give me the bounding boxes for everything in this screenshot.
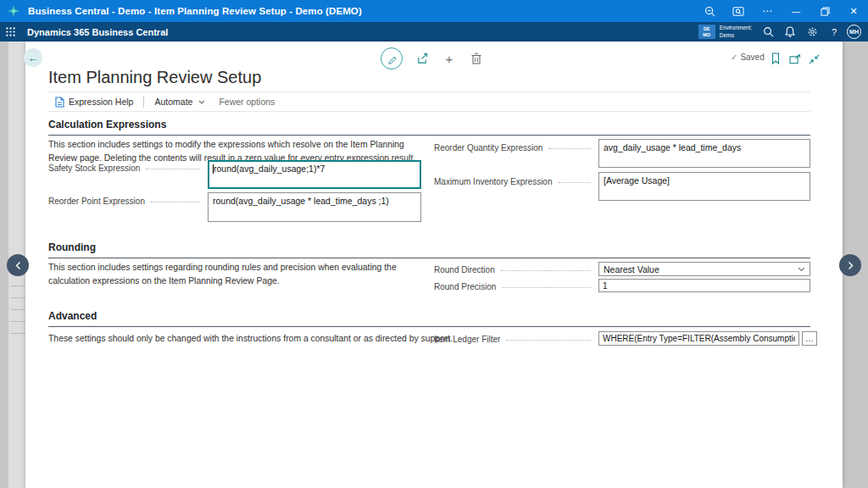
bell-icon — [785, 26, 795, 37]
avatar-initials: MH — [849, 29, 859, 35]
round-precision-label: Round Precision — [434, 280, 496, 291]
environment-badge[interactable]: DE MO — [698, 25, 715, 39]
trash-icon — [471, 53, 481, 64]
dotted-leader — [146, 162, 200, 169]
dotted-leader — [548, 141, 591, 149]
rounding-heading[interactable]: Rounding — [48, 241, 810, 258]
back-button[interactable]: ← — [24, 48, 42, 67]
maximum-inventory-label: Maximum Inventory Expression — [434, 175, 553, 186]
business-central-window: Business Central - Demo - Item Planning … — [0, 0, 868, 488]
environment-badge-line2: MO — [703, 32, 710, 38]
share-icon — [416, 53, 429, 64]
search-icon — [763, 26, 774, 37]
notifications-button[interactable] — [779, 22, 801, 42]
reorder-point-field-row: Reorder Point Expression — [48, 195, 206, 206]
collapse-icon — [809, 54, 820, 64]
waffle-icon — [6, 27, 15, 36]
close-button[interactable]: ✕ — [839, 0, 868, 22]
page-title: Item Planning Review Setup — [48, 68, 261, 87]
fewer-options-button[interactable]: Fewer options — [212, 92, 281, 111]
item-ledger-filter-input[interactable] — [598, 331, 799, 346]
reorder-quantity-label: Reorder Quantity Expression — [434, 141, 542, 152]
item-ledger-filter-assist-button[interactable]: … — [802, 331, 817, 346]
chevron-down-icon — [798, 267, 805, 272]
delete-button[interactable] — [469, 51, 484, 66]
item-ledger-filter-label: Item Ledger Filter — [434, 333, 500, 344]
expression-help-label: Expression Help — [69, 97, 133, 107]
bookmark-icon — [771, 53, 780, 64]
reorder-quantity-field-row: Reorder Quantity Expression — [434, 141, 597, 152]
business-central-app-icon — [8, 5, 19, 17]
chevron-right-icon — [847, 261, 854, 270]
chevron-down-icon — [198, 100, 205, 104]
zoom-out-button[interactable] — [695, 0, 724, 22]
more-icon: ⋯ — [762, 5, 772, 17]
check-icon: ✓ — [731, 53, 737, 62]
round-direction-label: Round Direction — [434, 263, 495, 274]
zoom-out-icon — [704, 6, 715, 17]
maximum-inventory-value: [Average Usage] — [604, 175, 670, 186]
back-arrow-icon: ← — [28, 52, 39, 64]
fewer-options-label: Fewer options — [219, 97, 275, 107]
collapse-page-button[interactable] — [806, 52, 821, 67]
minimize-icon: — — [792, 7, 800, 16]
help-icon: ? — [832, 27, 837, 37]
reorder-point-label: Reorder Point Expression — [48, 195, 145, 206]
more-options-button[interactable]: ⋯ — [753, 0, 782, 22]
environment-name: Demo — [720, 32, 752, 39]
restore-button[interactable] — [810, 0, 839, 22]
help-button[interactable]: ? — [823, 22, 845, 42]
advanced-heading[interactable]: Advanced — [48, 310, 810, 327]
reorder-quantity-value: avg_daily_usage * lead_time_days — [604, 142, 741, 152]
open-in-new-window-button[interactable] — [787, 52, 803, 67]
dotted-leader — [506, 333, 591, 341]
report-document-icon — [55, 97, 64, 108]
dotted-leader — [502, 280, 591, 288]
minimize-button[interactable]: — — [782, 0, 810, 22]
reorder-quantity-expression-input[interactable]: avg_daily_usage * lead_time_days — [598, 139, 810, 168]
round-direction-value: Nearest Value — [604, 264, 798, 274]
automate-menu-button[interactable]: Automate — [147, 92, 212, 111]
app-header: Dynamics 365 Business Central DE MO Envi… — [0, 22, 868, 42]
command-divider — [143, 97, 144, 108]
round-precision-input[interactable] — [598, 279, 810, 292]
user-avatar[interactable]: MH — [847, 25, 861, 39]
dotted-leader — [151, 195, 200, 202]
rounding-description: This section includes settings regarding… — [48, 261, 431, 287]
next-record-button[interactable] — [839, 254, 861, 276]
reorder-point-value: round(avg_daily_usage * lead_time_days ;… — [213, 196, 389, 206]
ellipsis-icon: … — [805, 334, 814, 343]
bookmark-button[interactable] — [768, 51, 783, 66]
edit-mode-button[interactable] — [381, 47, 403, 69]
safety-stock-value: round(avg_daily_usage;1)*7 — [214, 164, 325, 174]
round-direction-field-row: Round Direction — [434, 263, 597, 274]
dotted-leader — [501, 263, 591, 271]
round-direction-select[interactable]: Nearest Value — [598, 262, 810, 276]
chevron-left-icon — [14, 261, 22, 270]
reorder-point-expression-input[interactable]: round(avg_daily_usage * lead_time_days ;… — [208, 192, 421, 222]
safety-stock-field-row: Safety Stock Expression — [48, 162, 206, 173]
environment-label: Environment: — [720, 25, 752, 31]
app-launcher-button[interactable] — [0, 22, 20, 42]
search-in-window-icon — [732, 6, 744, 17]
expression-help-button[interactable]: Expression Help — [48, 92, 140, 111]
product-name[interactable]: Dynamics 365 Business Central — [27, 27, 168, 37]
calculation-expressions-heading[interactable]: Calculation Expressions — [48, 119, 810, 136]
automate-label: Automate — [154, 97, 192, 107]
settings-button[interactable] — [801, 22, 823, 42]
safety-stock-label: Safety Stock Expression — [48, 162, 140, 173]
share-button[interactable] — [415, 51, 430, 66]
search-button[interactable] — [757, 22, 779, 42]
maximum-inventory-expression-input[interactable]: [Average Usage] — [598, 172, 810, 201]
maximum-inventory-field-row: Maximum Inventory Expression — [434, 175, 597, 186]
new-record-button[interactable]: + — [442, 51, 457, 66]
window-titlebar: Business Central - Demo - Item Planning … — [0, 0, 868, 22]
advanced-description: These settings should only be changed wi… — [48, 332, 453, 346]
search-in-window-button[interactable] — [724, 0, 753, 22]
previous-record-button[interactable] — [7, 254, 29, 276]
close-icon: ✕ — [849, 6, 857, 17]
pencil-icon — [387, 53, 398, 64]
safety-stock-expression-input[interactable]: round(avg_daily_usage;1)*7 — [208, 160, 421, 189]
open-in-window-icon — [789, 54, 801, 64]
gear-icon — [807, 26, 818, 37]
